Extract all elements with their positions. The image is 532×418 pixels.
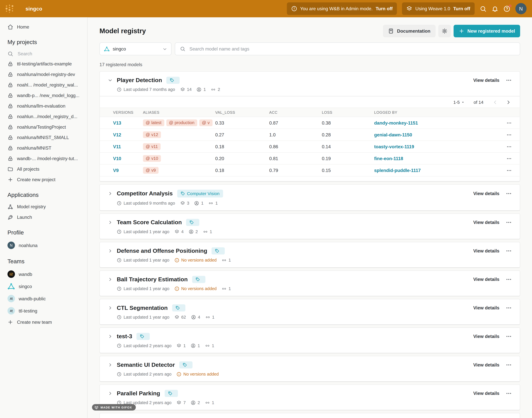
model-tag[interactable] [179, 361, 192, 369]
more-options-icon[interactable] [506, 220, 511, 225]
sidebar-team-wandb-public[interactable]: wandb-public [0, 292, 87, 305]
sidebar-item-create-team[interactable]: Create new team [0, 317, 87, 327]
sidebar-project-item[interactable]: noahluna/llm-evaluation [0, 101, 87, 111]
more-options-icon[interactable] [506, 248, 511, 254]
expand-chevron-icon[interactable] [108, 391, 112, 395]
view-details-link[interactable]: View details [473, 191, 499, 196]
sidebar-item-launch[interactable]: Launch [0, 212, 87, 223]
sidebar-project-item[interactable]: noahlun.../model_registry_d... [0, 111, 87, 122]
logged-by-run-link[interactable]: splendid-puddle-1117 [374, 168, 498, 173]
sidebar-item-all-projects[interactable]: All projects [0, 164, 87, 174]
model-name[interactable]: test-3 [117, 333, 132, 340]
model-tag[interactable]: Computer Vision [177, 190, 223, 197]
sidebar-search[interactable] [0, 49, 87, 59]
version-link[interactable]: V9 [113, 168, 143, 173]
alias-chip[interactable]: @v12 [143, 131, 161, 138]
previous-page-button[interactable] [493, 100, 498, 105]
row-more-options-icon[interactable] [507, 120, 512, 126]
sidebar-project-item[interactable]: ttl-testing/artifacts-example [0, 59, 87, 69]
alias-chip[interactable]: @latest [143, 119, 164, 126]
sidebar-project-item[interactable]: wandb-... /model-registry-tut... [0, 153, 87, 164]
admin-turn-off-button[interactable]: Turn off [376, 6, 393, 11]
sidebar-item-model-registry[interactable]: Model registry [0, 202, 87, 212]
model-name[interactable]: Parallel Parking [117, 390, 160, 397]
sidebar-project-item[interactable]: noahluna/TestingProject [0, 122, 87, 132]
view-details-link[interactable]: View details [473, 391, 499, 396]
row-more-options-icon[interactable] [507, 132, 512, 137]
model-name[interactable]: Ball Trajectory Estimation [117, 276, 188, 283]
model-name[interactable]: Semantic UI Detector [117, 361, 175, 368]
model-tag[interactable] [165, 390, 178, 397]
model-tag[interactable] [166, 77, 180, 84]
version-link[interactable]: V13 [113, 120, 143, 126]
alias-chip[interactable]: @v11 [143, 143, 160, 150]
logged-by-run-link[interactable]: genial-dawn-1150 [374, 132, 498, 137]
alias-chip[interactable]: @production [166, 119, 197, 126]
notifications-button[interactable] [492, 5, 498, 12]
more-options-icon[interactable] [506, 391, 511, 396]
sidebar-project-item[interactable]: wandb-p... /new_model_logg... [0, 90, 87, 101]
logged-by-run-link[interactable]: dandy-monkey-1151 [374, 120, 498, 126]
expand-chevron-icon[interactable] [108, 220, 112, 225]
view-details-link[interactable]: View details [473, 362, 499, 368]
search-button[interactable] [480, 5, 486, 12]
model-tag[interactable] [137, 333, 150, 340]
model-search-input[interactable] [189, 46, 515, 52]
version-link[interactable]: V10 [113, 156, 143, 161]
sidebar-item-profile[interactable]: N noahluna [0, 239, 87, 251]
view-details-link[interactable]: View details [473, 78, 499, 83]
alias-chip[interactable]: @v10 [143, 155, 161, 162]
expand-chevron-icon[interactable] [108, 306, 112, 310]
expand-chevron-icon[interactable] [108, 334, 112, 338]
model-name[interactable]: Team Score Calculation [117, 219, 182, 226]
alias-chip[interactable]: @v9 [143, 167, 158, 174]
logged-by-run-link[interactable]: fine-eon-1118 [374, 156, 498, 161]
more-options-icon[interactable] [506, 77, 511, 83]
next-page-button[interactable] [506, 100, 511, 105]
wandb-logo-icon[interactable] [4, 3, 15, 14]
more-options-icon[interactable] [506, 362, 511, 368]
version-link[interactable]: V11 [113, 144, 143, 149]
new-registered-model-button[interactable]: New registered model [453, 25, 520, 37]
row-more-options-icon[interactable] [507, 156, 512, 161]
sidebar-project-item[interactable]: noahl... /model_registry_wal... [0, 80, 87, 90]
model-name[interactable]: Competitor Analysis [117, 190, 173, 197]
sidebar-team-wandb[interactable]: wandb [0, 268, 87, 280]
sidebar-project-item[interactable]: noahluna/MNIST [0, 143, 87, 153]
more-options-icon[interactable] [506, 191, 511, 197]
sidebar-search-input[interactable] [17, 51, 75, 57]
sidebar-team-ttl-testing[interactable]: ttl-testing [0, 305, 87, 317]
logged-by-run-link[interactable]: toasty-vortex-1119 [374, 144, 498, 149]
sidebar-item-home[interactable]: Home [0, 22, 87, 32]
view-details-link[interactable]: View details [473, 277, 499, 282]
model-tag[interactable] [172, 304, 185, 312]
help-button[interactable] [503, 5, 510, 12]
settings-button[interactable] [438, 25, 451, 37]
model-tag[interactable] [192, 276, 205, 283]
more-options-icon[interactable] [506, 277, 511, 282]
sidebar-project-item[interactable]: noahluna/model-registry-dev [0, 69, 87, 80]
weave-turn-off-button[interactable]: Turn off [453, 6, 470, 11]
scope-selector[interactable]: singco [99, 42, 171, 55]
expand-chevron-icon[interactable] [108, 191, 112, 196]
more-options-icon[interactable] [506, 334, 511, 339]
view-details-link[interactable]: View details [473, 305, 499, 310]
view-details-link[interactable]: View details [473, 248, 499, 254]
row-more-options-icon[interactable] [507, 168, 512, 173]
expand-chevron-icon[interactable] [108, 78, 112, 82]
documentation-button[interactable]: Documentation [383, 25, 436, 37]
sidebar-item-create-project[interactable]: Create new project [0, 174, 87, 185]
model-name[interactable]: Defense and Offense Positioning [117, 247, 207, 254]
view-details-link[interactable]: View details [473, 220, 499, 225]
more-options-icon[interactable] [506, 305, 511, 311]
view-details-link[interactable]: View details [473, 334, 499, 339]
sidebar-project-item[interactable]: noahluna/MNIST_SMALL [0, 132, 87, 143]
version-link[interactable]: V12 [113, 132, 143, 137]
page-range-selector[interactable]: 1-5 [453, 100, 464, 105]
sidebar-team-singco[interactable]: singco [0, 280, 87, 292]
model-name[interactable]: Player Detection [117, 77, 162, 83]
model-tag[interactable] [212, 247, 225, 255]
expand-chevron-icon[interactable] [108, 249, 112, 253]
model-tag[interactable] [186, 219, 199, 226]
expand-chevron-icon[interactable] [108, 277, 112, 282]
